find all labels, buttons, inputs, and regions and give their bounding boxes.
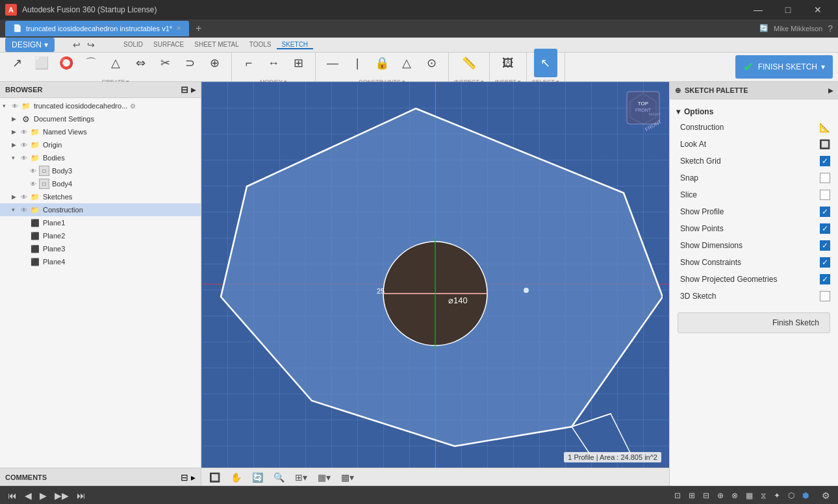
finish-sketch-btn[interactable]: ✔ FINISH SKETCH ▾ <box>735 55 833 79</box>
finish-sketch-palette-btn[interactable]: Finish Sketch <box>678 312 830 333</box>
h-constraint-btn[interactable]: ― <box>321 49 344 77</box>
tree-item-sketches[interactable]: ▶ 👁 📁 Sketches <box>0 190 201 203</box>
view-cube[interactable]: TOP FRONT RIGHT FRONT <box>624 88 663 127</box>
palette-row-3d-sketch[interactable]: 3D Sketch <box>670 288 838 305</box>
v-constraint-btn[interactable]: | <box>346 49 369 77</box>
tree-item-document-settings[interactable]: ▶ ⚙ Document Settings <box>0 112 201 125</box>
show-points-checkbox[interactable]: ✓ <box>820 223 830 234</box>
root-settings-icon[interactable]: ⚙ <box>130 103 136 110</box>
palette-row-snap[interactable]: Snap <box>670 170 838 186</box>
help-icon[interactable]: ? <box>828 23 833 34</box>
show-constraints-checkbox[interactable]: ✓ <box>820 257 830 268</box>
project-tool-btn[interactable]: ⊕ <box>203 49 226 77</box>
dimension-btn[interactable]: ↔ <box>262 49 285 77</box>
tab-tools[interactable]: TOOLS <box>244 41 277 49</box>
select-btn[interactable]: ↖ <box>534 49 557 77</box>
tab-sheet-metal[interactable]: SHEET METAL <box>189 41 244 49</box>
palette-row-show-points[interactable]: Show Points ✓ <box>670 220 838 237</box>
tab-surface[interactable]: SURFACE <box>148 41 189 49</box>
line-tool-btn[interactable]: ↗ <box>5 49 29 77</box>
orbit-tool-btn[interactable]: 🔄 <box>249 471 266 484</box>
tree-item-bodies[interactable]: ▾ 👁 📁 Bodies <box>0 151 201 164</box>
tab-sketch[interactable]: SKETCH <box>277 41 314 49</box>
minimize-btn[interactable]: — <box>743 0 773 19</box>
tree-item-plane3[interactable]: ⬛ Plane3 <box>0 242 201 255</box>
animate-tool-3[interactable]: ⊟ <box>700 490 712 501</box>
maximize-btn[interactable]: □ <box>773 0 803 19</box>
sketch-grid-checkbox[interactable]: ✓ <box>820 156 830 166</box>
animate-tool-2[interactable]: ⊞ <box>686 490 698 501</box>
animate-tool-7[interactable]: ⧖ <box>758 490 768 501</box>
tab-close-icon[interactable]: ✕ <box>176 25 181 32</box>
palette-row-show-constraints[interactable]: Show Constraints ✓ <box>670 254 838 271</box>
polygon-tool-btn[interactable]: △ <box>104 49 127 77</box>
sketches-label: Sketches <box>43 193 72 201</box>
palette-row-sketch-grid[interactable]: Sketch Grid ✓ <box>670 153 838 170</box>
render-options-btn[interactable]: ▩▾ <box>338 471 357 484</box>
tab-solid[interactable]: SOLID <box>118 41 148 49</box>
viewport[interactable]: ⌀140 25 TOP FRONT RIGHT FR <box>201 82 669 486</box>
tangent-constraint-btn[interactable]: ⊙ <box>420 49 443 77</box>
tree-item-body3[interactable]: 👁 □ Body3 <box>0 164 201 177</box>
view-options-btn[interactable]: ⊞▾ <box>292 471 310 484</box>
animate-tool-10[interactable]: ⬢ <box>800 490 811 501</box>
move-btn[interactable]: ⊞ <box>286 49 310 77</box>
close-btn[interactable]: ✕ <box>803 0 833 19</box>
palette-expand-btn[interactable]: ▸ <box>828 85 833 95</box>
arc-tool-btn[interactable]: ⌒ <box>79 49 103 77</box>
measure-btn[interactable]: 📏 <box>457 49 481 77</box>
palette-row-look-at[interactable]: Look At 🔲 <box>670 136 838 153</box>
tab-sketch[interactable]: 📄 truncated icosidodecahedron instructab… <box>5 21 189 36</box>
tree-item-body4[interactable]: 👁 □ Body4 <box>0 177 201 190</box>
palette-row-slice[interactable]: Slice <box>670 186 838 203</box>
tree-item-plane4[interactable]: ⬛ Plane4 <box>0 255 201 268</box>
playback-prev-btn[interactable]: ◀ <box>22 489 34 502</box>
palette-row-show-profile[interactable]: Show Profile ✓ <box>670 203 838 220</box>
tree-item-plane1[interactable]: ⬛ Plane1 <box>0 216 201 229</box>
slice-checkbox[interactable] <box>820 190 830 200</box>
offset-tool-btn[interactable]: ⊃ <box>178 49 201 77</box>
palette-row-show-dimensions[interactable]: Show Dimensions ✓ <box>670 237 838 254</box>
show-projected-checkbox[interactable]: ✓ <box>820 274 830 284</box>
animate-tool-6[interactable]: ▦ <box>743 490 755 501</box>
tree-item-named-views[interactable]: ▶ 👁 📁 Named Views <box>0 125 201 138</box>
tree-item-plane2[interactable]: ⬛ Plane2 <box>0 229 201 242</box>
comments-collapse-btn[interactable]: ⊟ <box>181 472 188 483</box>
show-profile-checkbox[interactable]: ✓ <box>820 207 830 217</box>
browser-expand-btn[interactable]: ▸ <box>191 84 196 95</box>
animate-tool-9[interactable]: ⬡ <box>785 490 797 501</box>
playback-next-btn[interactable]: ▶▶ <box>52 489 71 502</box>
add-tab-btn[interactable]: + <box>192 23 205 34</box>
settings-icon[interactable]: ⚙ <box>819 489 833 502</box>
comments-expand-btn[interactable]: ▸ <box>191 472 196 483</box>
circle-tool-btn[interactable]: ⭕ <box>55 49 78 77</box>
tree-item-construction[interactable]: ▾ 👁 📁 Construction <box>0 203 201 216</box>
animate-tool-1[interactable]: ⊡ <box>672 490 683 501</box>
palette-row-construction[interactable]: Construction 📐 <box>670 119 838 136</box>
animate-tool-8[interactable]: ✦ <box>771 490 783 501</box>
lock-constraint-btn[interactable]: 🔒 <box>370 49 394 77</box>
3d-sketch-checkbox[interactable] <box>820 291 830 301</box>
rect-tool-btn[interactable]: ⬜ <box>30 49 53 77</box>
navigate-tool-btn[interactable]: 🔲 <box>207 471 223 484</box>
insert-image-btn[interactable]: 🖼 <box>496 49 520 77</box>
playback-start-btn[interactable]: ⏮ <box>5 489 19 502</box>
zoom-tool-btn[interactable]: 🔍 <box>271 471 287 484</box>
show-dimensions-checkbox[interactable]: ✓ <box>820 240 830 251</box>
tree-root-item[interactable]: ▾ 👁 📁 truncated icosidodecahedro... ⚙ <box>0 99 201 112</box>
fillet-tool-btn[interactable]: ⌐ <box>237 49 260 77</box>
pan-tool-btn[interactable]: ✋ <box>228 471 244 484</box>
tree-item-origin[interactable]: ▶ 👁 📁 Origin <box>0 138 201 151</box>
eq-constraint-btn[interactable]: △ <box>395 49 418 77</box>
display-options-btn[interactable]: ▦▾ <box>315 471 333 484</box>
animate-tool-5[interactable]: ⊗ <box>729 490 741 501</box>
trim-tool-btn[interactable]: ✂ <box>153 49 177 77</box>
mirror-tool-btn[interactable]: ⇔ <box>129 49 152 77</box>
browser-collapse-btn[interactable]: ⊟ <box>181 84 188 95</box>
playback-play-btn[interactable]: ▶ <box>37 489 49 502</box>
playback-end-btn[interactable]: ⏭ <box>74 489 88 502</box>
snap-checkbox[interactable] <box>820 173 830 183</box>
palette-row-show-projected[interactable]: Show Projected Geometries ✓ <box>670 271 838 288</box>
options-section-header[interactable]: ▾ Options <box>670 105 838 119</box>
animate-tool-4[interactable]: ⊕ <box>715 490 726 501</box>
